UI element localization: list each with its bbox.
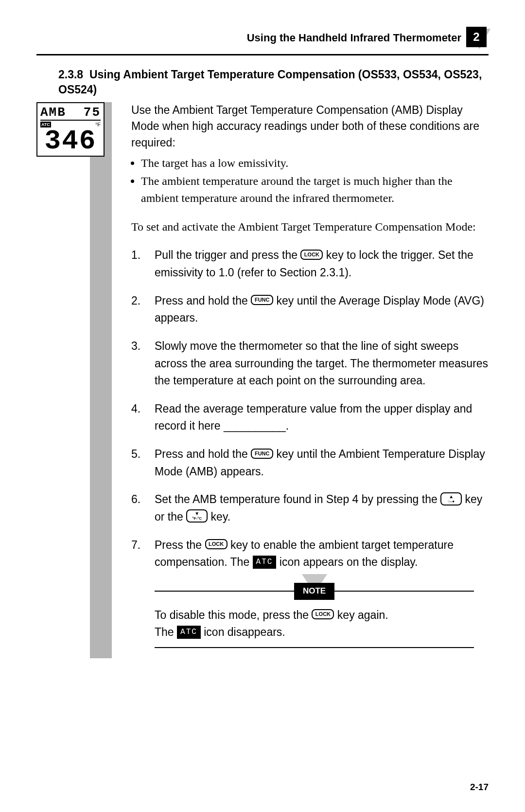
lock-key-icon: LOCK (205, 539, 228, 549)
lock-key-icon: LOCK (300, 250, 323, 260)
up-key-icon: ○–● (440, 492, 462, 505)
lcd-top-label: AMB (40, 105, 66, 120)
down-key-icon: °F-°C (186, 509, 208, 523)
func-key-icon: FUNC (251, 295, 273, 305)
section-heading: 2.3.8 Using Ambient Target Temperature C… (58, 67, 489, 97)
intro-paragraph: Use the Ambient Target Temperature Compe… (131, 102, 489, 151)
step-6: 6. Set the AMB temperature found in Step… (131, 491, 489, 525)
body-text: Use the Ambient Target Temperature Compe… (112, 102, 489, 653)
step-5: 5. Press and hold the FUNC key until the… (131, 446, 489, 480)
note-label: NOTE (294, 583, 334, 600)
step-1: 1. Pull the trigger and press the LOCK k… (131, 247, 489, 281)
lcd-main-value: 346 (40, 128, 101, 154)
func-key-icon: FUNC (251, 449, 273, 459)
note-bottom-rule (155, 647, 474, 648)
step-7: 7. Press the LOCK key to enable the ambi… (131, 537, 489, 571)
note-text: To disable this mode, press the LOCK key… (155, 607, 474, 641)
page-number: 2-17 (470, 782, 489, 793)
step-3: 3. Slowly move the thermometer so that t… (131, 338, 489, 390)
steps-list: 1. Pull the trigger and press the LOCK k… (131, 247, 489, 571)
bullet-item: The ambient temperature around the targe… (141, 173, 489, 207)
bullet-list: The target has a low emissivity. The amb… (131, 155, 489, 206)
step-4: 4. Read the average temperature value fr… (131, 400, 489, 435)
lcd-display: AMB 75 ATC °F 346 (36, 102, 105, 157)
bullet-item: The target has a low emissivity. (141, 155, 489, 172)
chapter-number: 2 (466, 27, 487, 47)
header-title: Using the Handheld Infrared Thermometer (247, 32, 461, 44)
page-header: Using the Handheld Infrared Thermometer … (36, 27, 489, 49)
atc-icon: ATC (253, 556, 277, 569)
note-header-rule: NOTE (155, 583, 474, 600)
step-2: 2. Press and hold the FUNC key until the… (131, 292, 489, 327)
lead-paragraph: To set and activate the Ambient Target T… (131, 218, 489, 235)
lock-key-icon: LOCK (312, 609, 334, 619)
chapter-marker-icon: 2 (466, 27, 489, 49)
page: Using the Handheld Infrared Thermometer … (0, 0, 525, 812)
vertical-gray-bar (90, 102, 112, 658)
left-column: AMB 75 ATC °F 346 (36, 102, 112, 653)
atc-icon: ATC (177, 626, 201, 639)
header-rule (36, 54, 489, 55)
lcd-top-value: 75 (84, 105, 101, 120)
note-block: NOTE To disable this mode, press the LOC… (155, 583, 474, 648)
